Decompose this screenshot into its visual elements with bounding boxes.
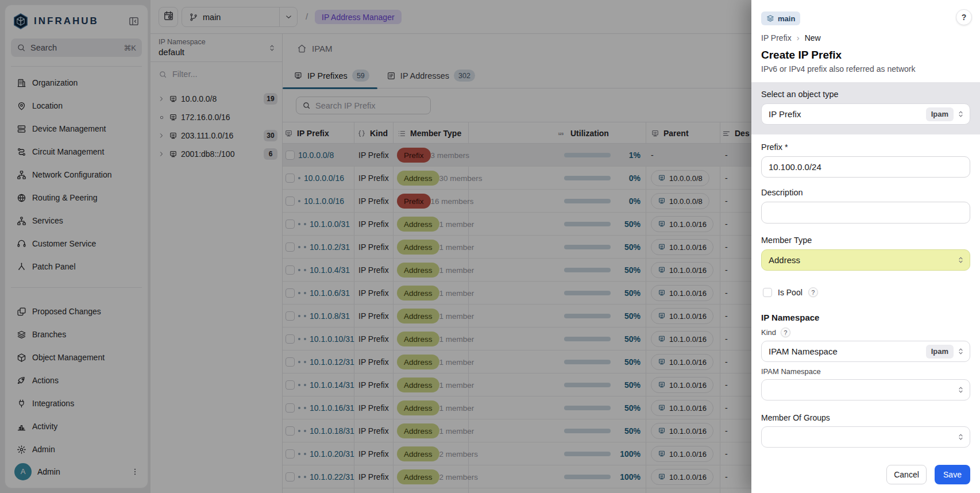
member-of-groups-select[interactable] <box>761 426 970 448</box>
is-pool-help-icon[interactable]: ? <box>808 287 818 297</box>
object-type-label: Select an object type <box>761 90 970 99</box>
app-root: INFRAHUB Search ⌘K Organization Location… <box>0 0 980 493</box>
chevron-right-icon: › <box>797 33 800 43</box>
description-label: Description <box>761 188 970 197</box>
ip-namespace-section-title: IP Namespace <box>761 313 970 322</box>
stepper-icon <box>956 256 965 264</box>
member-type-label: Member Type <box>761 236 970 245</box>
breadcrumb-parent[interactable]: IP Prefix <box>761 33 792 43</box>
is-pool-label: Is Pool <box>778 288 802 297</box>
ipam-namespace-label: IPAM Namespace <box>761 367 970 376</box>
help-button[interactable]: ? <box>956 9 972 25</box>
kind-label: Kind <box>761 328 776 337</box>
prefix-label: Prefix * <box>761 142 970 152</box>
save-button[interactable]: Save <box>935 465 970 484</box>
modal-overlay[interactable] <box>0 0 751 493</box>
branch-badge: main <box>761 11 800 25</box>
workspace: INFRAHUB Search ⌘K Organization Location… <box>0 0 751 493</box>
drawer-title: Create IP Prefix <box>761 49 970 61</box>
object-type-select[interactable]: IP Prefix Ipam <box>761 103 970 125</box>
cancel-button[interactable]: Cancel <box>886 465 927 484</box>
ipam-chip: Ipam <box>926 345 954 359</box>
drawer-subtitle: IPv6 or IPv4 prefix also referred as net… <box>761 64 970 74</box>
member-type-select[interactable]: Address <box>761 249 970 271</box>
prefix-input[interactable] <box>761 156 970 178</box>
stepper-icon <box>956 110 965 118</box>
stepper-icon <box>956 433 965 441</box>
object-type-section: Select an object type IP Prefix Ipam <box>751 82 980 134</box>
stepper-icon <box>956 347 965 356</box>
member-of-groups-label: Member Of Groups <box>761 413 970 422</box>
is-pool-checkbox[interactable] <box>763 288 772 297</box>
description-input[interactable] <box>761 202 970 224</box>
drawer-breadcrumb: IP Prefix › New <box>761 33 970 43</box>
breadcrumb-current: New <box>805 33 821 43</box>
kind-help-icon[interactable]: ? <box>781 328 790 337</box>
ipam-chip: Ipam <box>926 107 954 121</box>
ipam-namespace-select[interactable] <box>761 379 970 400</box>
create-ip-prefix-drawer: main ? IP Prefix › New Create IP Prefix … <box>751 0 980 493</box>
kind-select[interactable]: IPAM Namespace Ipam <box>761 341 970 362</box>
stepper-icon <box>956 386 965 394</box>
layers-icon <box>766 14 774 22</box>
